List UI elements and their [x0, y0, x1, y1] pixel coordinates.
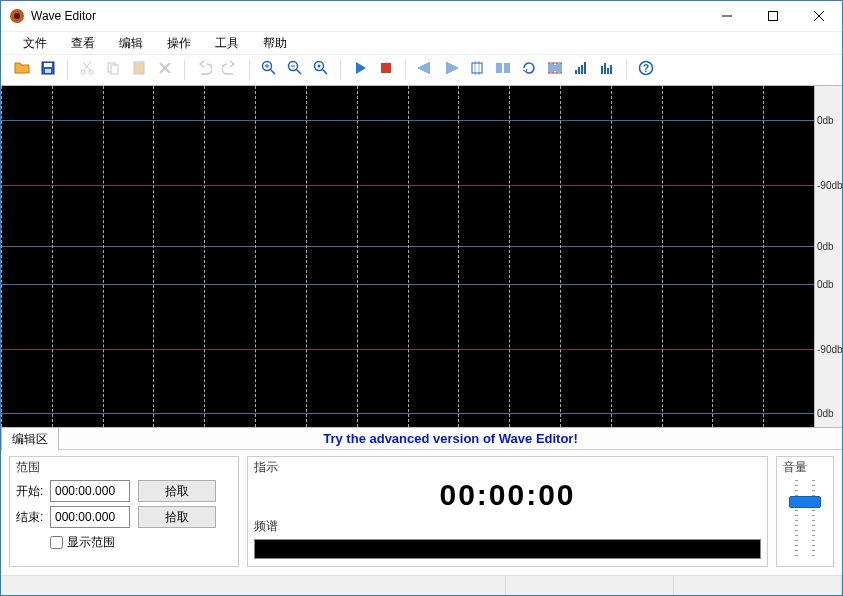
svg-rect-8 — [45, 69, 51, 73]
promo-link[interactable]: Try the advanced version of Wave Editor! — [59, 431, 842, 446]
svg-rect-7 — [44, 63, 52, 67]
svg-text:?: ? — [643, 63, 649, 74]
menu-edit[interactable]: 编辑 — [107, 31, 155, 56]
svg-line-20 — [271, 70, 276, 75]
status-bar — [1, 575, 842, 595]
indicator-group: 指示 00:00:00 频谱 — [247, 456, 768, 567]
svg-rect-42 — [472, 63, 482, 73]
help-button[interactable]: ? — [635, 59, 657, 81]
amplify-button[interactable] — [570, 59, 592, 81]
volume-legend: 音量 — [783, 459, 827, 476]
help-icon: ? — [638, 60, 654, 80]
maximize-button[interactable] — [750, 1, 796, 31]
redo-icon — [222, 60, 238, 80]
open-button[interactable] — [11, 59, 33, 81]
menubar: 文件 查看 编辑 操作 工具 帮助 — [1, 31, 842, 55]
end-input[interactable]: 000:00.000 — [50, 506, 130, 528]
menu-help[interactable]: 帮助 — [251, 31, 299, 56]
paste-button — [128, 59, 150, 81]
show-range-label: 显示范围 — [67, 534, 115, 551]
editor-tab[interactable]: 编辑区 — [1, 427, 59, 452]
start-pick-button[interactable]: 拾取 — [138, 480, 216, 502]
reverse-button[interactable] — [518, 59, 540, 81]
fade-out-button[interactable] — [440, 59, 462, 81]
spectrum-legend: 频谱 — [254, 518, 761, 535]
undo-button — [193, 59, 215, 81]
copy-button — [102, 59, 124, 81]
crop-button[interactable] — [466, 59, 488, 81]
start-input[interactable]: 000:00.000 — [50, 480, 130, 502]
equalizer-button[interactable] — [596, 59, 618, 81]
scale-label: -90db — [817, 343, 843, 354]
time-display: 00:00:00 — [254, 478, 761, 512]
scale-label: 0db — [817, 278, 834, 289]
svg-rect-14 — [111, 65, 118, 74]
svg-point-28 — [318, 65, 321, 68]
svg-line-11 — [84, 62, 91, 70]
menu-action[interactable]: 操作 — [155, 31, 203, 56]
volume-thumb[interactable] — [789, 496, 821, 508]
fade-in-button[interactable] — [414, 59, 436, 81]
insert-silence-button[interactable] — [492, 59, 514, 81]
minimize-button[interactable] — [704, 1, 750, 31]
zoom-out-button[interactable] — [284, 59, 306, 81]
range-group: 范围 开始: 000:00.000 拾取 结束: 000:00.000 拾取 显… — [9, 456, 239, 567]
svg-line-24 — [297, 70, 302, 75]
undo-icon — [196, 60, 212, 80]
start-label: 开始: — [16, 483, 46, 500]
reverse-icon — [521, 60, 537, 80]
svg-point-10 — [89, 70, 93, 74]
svg-rect-16 — [136, 61, 142, 64]
app-title: Wave Editor — [31, 9, 704, 23]
stop-button[interactable] — [375, 59, 397, 81]
close-button[interactable] — [796, 1, 842, 31]
spectrum-display — [254, 539, 761, 559]
svg-line-12 — [83, 62, 90, 70]
crop-icon — [469, 60, 485, 80]
save-button[interactable] — [37, 59, 59, 81]
insert-silence-icon — [495, 60, 511, 80]
stop-icon — [378, 60, 394, 80]
range-legend: 范围 — [16, 459, 232, 476]
menu-file[interactable]: 文件 — [11, 31, 59, 56]
play-button[interactable] — [349, 59, 371, 81]
menu-view[interactable]: 查看 — [59, 31, 107, 56]
fade-out-icon — [443, 60, 459, 80]
equalizer-icon — [599, 60, 615, 80]
paste-icon — [131, 60, 147, 80]
normalize-button[interactable] — [544, 59, 566, 81]
save-icon — [40, 60, 56, 80]
end-pick-button[interactable]: 拾取 — [138, 506, 216, 528]
delete-icon — [157, 60, 173, 80]
show-range-checkbox[interactable] — [50, 536, 63, 549]
play-icon — [352, 60, 368, 80]
scale-label: 0db — [817, 241, 834, 252]
waveform-canvas[interactable] — [1, 86, 814, 427]
indicator-legend: 指示 — [254, 459, 761, 476]
zoom-in-icon — [261, 60, 277, 80]
titlebar: Wave Editor — [1, 1, 842, 31]
svg-rect-3 — [769, 12, 778, 21]
cut-button — [76, 59, 98, 81]
waveform-scale: 0db-90db0db0db-90db0db — [814, 86, 842, 427]
fade-in-icon — [417, 60, 433, 80]
zoom-fit-button[interactable] — [310, 59, 332, 81]
svg-point-1 — [14, 13, 20, 19]
end-label: 结束: — [16, 509, 46, 526]
zoom-in-button[interactable] — [258, 59, 280, 81]
menu-tools[interactable]: 工具 — [203, 31, 251, 56]
redo-button — [219, 59, 241, 81]
scale-label: 0db — [817, 408, 834, 419]
open-icon — [14, 60, 30, 80]
volume-slider[interactable] — [785, 480, 825, 560]
svg-point-9 — [81, 70, 85, 74]
svg-rect-29 — [381, 63, 391, 73]
volume-group: 音量 — [776, 456, 834, 567]
delete-button — [154, 59, 176, 81]
zoom-fit-icon — [313, 60, 329, 80]
amplify-icon — [573, 60, 589, 80]
bottom-panel: 范围 开始: 000:00.000 拾取 结束: 000:00.000 拾取 显… — [1, 450, 842, 575]
waveform-area[interactable]: 0db-90db0db0db-90db0db — [1, 85, 842, 428]
scale-label: -90db — [817, 179, 843, 190]
copy-icon — [105, 60, 121, 80]
